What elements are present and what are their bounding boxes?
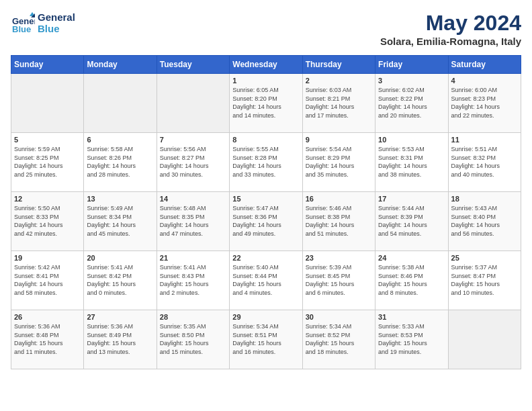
calendar-week-row: 26Sunrise: 5:36 AM Sunset: 8:48 PM Dayli…: [11, 310, 521, 369]
calendar-cell: [448, 310, 521, 369]
calendar-cell: 14Sunrise: 5:48 AM Sunset: 8:35 PM Dayli…: [157, 192, 229, 251]
col-header-wednesday: Wednesday: [230, 56, 302, 74]
day-content: Sunrise: 5:35 AM Sunset: 8:50 PM Dayligh…: [160, 322, 226, 356]
calendar-cell: [157, 74, 229, 133]
calendar-cell: 10Sunrise: 5:53 AM Sunset: 8:31 PM Dayli…: [375, 133, 448, 192]
day-number: 21: [160, 254, 226, 262]
calendar-cell: 18Sunrise: 5:43 AM Sunset: 8:40 PM Dayli…: [448, 192, 521, 251]
day-number: 2: [306, 77, 372, 85]
day-number: 24: [378, 254, 445, 262]
day-number: 6: [87, 136, 153, 144]
calendar-cell: 23Sunrise: 5:39 AM Sunset: 8:45 PM Dayli…: [302, 251, 375, 310]
location-subtitle: Solara, Emilia-Romagna, Italy: [380, 36, 521, 47]
day-content: Sunrise: 5:59 AM Sunset: 8:25 PM Dayligh…: [14, 145, 81, 179]
col-header-tuesday: Tuesday: [157, 56, 229, 74]
calendar-cell: 12Sunrise: 5:50 AM Sunset: 8:33 PM Dayli…: [11, 192, 84, 251]
day-content: Sunrise: 6:00 AM Sunset: 8:23 PM Dayligh…: [451, 86, 518, 120]
day-content: Sunrise: 5:53 AM Sunset: 8:31 PM Dayligh…: [378, 145, 445, 179]
day-number: 17: [378, 195, 445, 203]
calendar-cell: 4Sunrise: 6:00 AM Sunset: 8:23 PM Daylig…: [448, 74, 521, 133]
logo: General Blue General Blue: [11, 11, 75, 35]
calendar-cell: 1Sunrise: 6:05 AM Sunset: 8:20 PM Daylig…: [230, 74, 302, 133]
day-content: Sunrise: 5:41 AM Sunset: 8:42 PM Dayligh…: [87, 263, 153, 297]
calendar-cell: 2Sunrise: 6:03 AM Sunset: 8:21 PM Daylig…: [302, 74, 375, 133]
title-block: May 2024 Solara, Emilia-Romagna, Italy: [380, 11, 521, 47]
day-content: Sunrise: 5:41 AM Sunset: 8:43 PM Dayligh…: [160, 263, 226, 297]
day-content: Sunrise: 5:43 AM Sunset: 8:40 PM Dayligh…: [451, 204, 518, 238]
day-number: 20: [87, 254, 153, 262]
calendar-cell: 17Sunrise: 5:44 AM Sunset: 8:39 PM Dayli…: [375, 192, 448, 251]
month-year-title: May 2024: [380, 11, 521, 36]
day-number: 23: [306, 254, 372, 262]
day-number: 25: [451, 254, 518, 262]
day-content: Sunrise: 6:05 AM Sunset: 8:20 PM Dayligh…: [232, 86, 299, 120]
calendar-header-row: SundayMondayTuesdayWednesdayThursdayFrid…: [11, 56, 521, 74]
day-number: 31: [378, 313, 445, 321]
svg-text:Blue: Blue: [12, 24, 31, 34]
day-number: 3: [378, 77, 445, 85]
calendar-cell: 7Sunrise: 5:56 AM Sunset: 8:27 PM Daylig…: [157, 133, 229, 192]
calendar-cell: 13Sunrise: 5:49 AM Sunset: 8:34 PM Dayli…: [84, 192, 157, 251]
day-number: 27: [87, 313, 153, 321]
calendar-cell: [84, 74, 157, 133]
day-content: Sunrise: 5:48 AM Sunset: 8:35 PM Dayligh…: [160, 204, 226, 238]
day-content: Sunrise: 5:44 AM Sunset: 8:39 PM Dayligh…: [378, 204, 445, 238]
day-number: 5: [14, 136, 81, 144]
logo-icon: General Blue: [11, 11, 35, 35]
calendar-cell: 6Sunrise: 5:58 AM Sunset: 8:26 PM Daylig…: [84, 133, 157, 192]
calendar-cell: 22Sunrise: 5:40 AM Sunset: 8:44 PM Dayli…: [230, 251, 302, 310]
col-header-saturday: Saturday: [448, 56, 521, 74]
calendar-cell: 26Sunrise: 5:36 AM Sunset: 8:48 PM Dayli…: [11, 310, 84, 369]
day-content: Sunrise: 6:03 AM Sunset: 8:21 PM Dayligh…: [306, 86, 372, 120]
calendar-cell: 11Sunrise: 5:51 AM Sunset: 8:32 PM Dayli…: [448, 133, 521, 192]
day-number: 10: [378, 136, 445, 144]
day-number: 16: [306, 195, 372, 203]
day-content: Sunrise: 6:02 AM Sunset: 8:22 PM Dayligh…: [378, 86, 445, 120]
day-content: Sunrise: 5:34 AM Sunset: 8:52 PM Dayligh…: [306, 322, 372, 356]
calendar-cell: 31Sunrise: 5:33 AM Sunset: 8:53 PM Dayli…: [375, 310, 448, 369]
calendar-cell: 9Sunrise: 5:54 AM Sunset: 8:29 PM Daylig…: [302, 133, 375, 192]
calendar-cell: 5Sunrise: 5:59 AM Sunset: 8:25 PM Daylig…: [11, 133, 84, 192]
calendar-cell: 8Sunrise: 5:55 AM Sunset: 8:28 PM Daylig…: [230, 133, 302, 192]
day-content: Sunrise: 5:50 AM Sunset: 8:33 PM Dayligh…: [14, 204, 81, 238]
col-header-monday: Monday: [84, 56, 157, 74]
calendar-week-row: 12Sunrise: 5:50 AM Sunset: 8:33 PM Dayli…: [11, 192, 521, 251]
day-content: Sunrise: 5:40 AM Sunset: 8:44 PM Dayligh…: [232, 263, 299, 297]
day-number: 8: [232, 136, 299, 144]
day-number: 22: [232, 254, 299, 262]
day-content: Sunrise: 5:38 AM Sunset: 8:46 PM Dayligh…: [378, 263, 445, 297]
calendar-week-row: 1Sunrise: 6:05 AM Sunset: 8:20 PM Daylig…: [11, 74, 521, 133]
day-number: 1: [232, 77, 299, 85]
calendar-cell: 24Sunrise: 5:38 AM Sunset: 8:46 PM Dayli…: [375, 251, 448, 310]
day-number: 29: [232, 313, 299, 321]
day-number: 7: [160, 136, 226, 144]
calendar-cell: 19Sunrise: 5:42 AM Sunset: 8:41 PM Dayli…: [11, 251, 84, 310]
day-number: 4: [451, 77, 518, 85]
day-number: 28: [160, 313, 226, 321]
day-number: 13: [87, 195, 153, 203]
day-number: 14: [160, 195, 226, 203]
logo-text-blue: Blue: [38, 23, 75, 34]
calendar-cell: 28Sunrise: 5:35 AM Sunset: 8:50 PM Dayli…: [157, 310, 229, 369]
col-header-sunday: Sunday: [11, 56, 84, 74]
day-content: Sunrise: 5:56 AM Sunset: 8:27 PM Dayligh…: [160, 145, 226, 179]
col-header-friday: Friday: [375, 56, 448, 74]
day-number: 19: [14, 254, 81, 262]
day-content: Sunrise: 5:33 AM Sunset: 8:53 PM Dayligh…: [378, 322, 445, 356]
day-number: 12: [14, 195, 81, 203]
calendar-week-row: 19Sunrise: 5:42 AM Sunset: 8:41 PM Dayli…: [11, 251, 521, 310]
day-content: Sunrise: 5:34 AM Sunset: 8:51 PM Dayligh…: [232, 322, 299, 356]
calendar-cell: 20Sunrise: 5:41 AM Sunset: 8:42 PM Dayli…: [84, 251, 157, 310]
day-content: Sunrise: 5:37 AM Sunset: 8:47 PM Dayligh…: [451, 263, 518, 297]
col-header-thursday: Thursday: [302, 56, 375, 74]
day-content: Sunrise: 5:39 AM Sunset: 8:45 PM Dayligh…: [306, 263, 372, 297]
calendar-cell: 27Sunrise: 5:36 AM Sunset: 8:49 PM Dayli…: [84, 310, 157, 369]
calendar-cell: 25Sunrise: 5:37 AM Sunset: 8:47 PM Dayli…: [448, 251, 521, 310]
day-content: Sunrise: 5:54 AM Sunset: 8:29 PM Dayligh…: [306, 145, 372, 179]
day-content: Sunrise: 5:46 AM Sunset: 8:38 PM Dayligh…: [306, 204, 372, 238]
calendar-cell: 21Sunrise: 5:41 AM Sunset: 8:43 PM Dayli…: [157, 251, 229, 310]
day-content: Sunrise: 5:36 AM Sunset: 8:49 PM Dayligh…: [87, 322, 153, 356]
day-number: 18: [451, 195, 518, 203]
day-number: 26: [14, 313, 81, 321]
day-content: Sunrise: 5:47 AM Sunset: 8:36 PM Dayligh…: [232, 204, 299, 238]
